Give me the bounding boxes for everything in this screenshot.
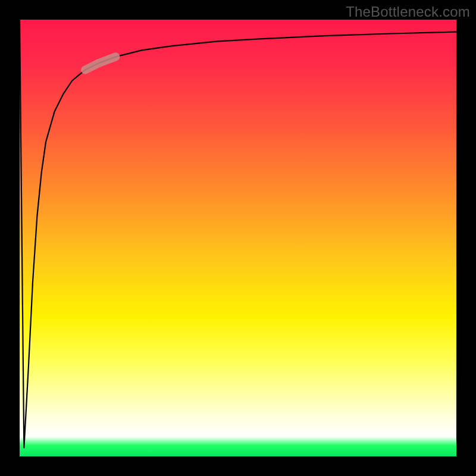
highlight-segment <box>85 57 115 70</box>
chart-svg <box>20 20 456 456</box>
watermark-text: TheBottleneck.com <box>346 4 470 20</box>
chart-plot-area <box>20 20 456 456</box>
bottleneck-curve <box>20 20 456 447</box>
